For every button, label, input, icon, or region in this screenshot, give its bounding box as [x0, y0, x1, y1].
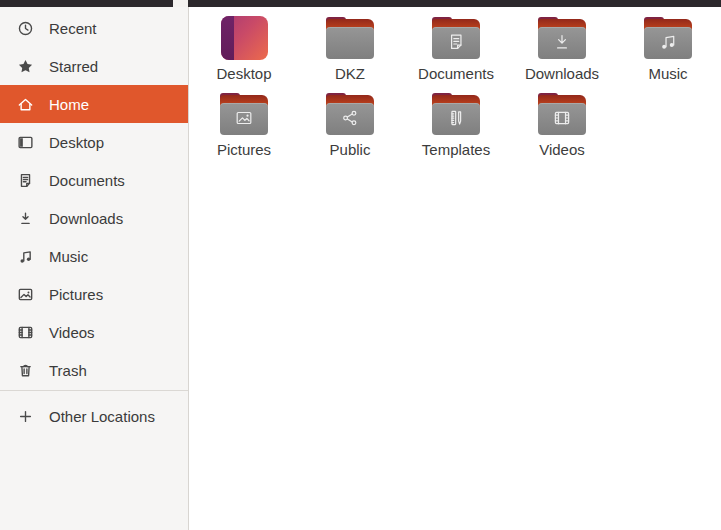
sidebar-item-starred[interactable]: Starred	[0, 47, 188, 85]
film-icon	[17, 324, 34, 341]
file-item-dkz[interactable]: DKZ	[300, 12, 400, 88]
sidebar-item-label: Starred	[49, 58, 98, 75]
folder-icon	[538, 88, 586, 140]
window-top-edge	[0, 0, 721, 7]
music-note-icon	[17, 248, 34, 265]
sidebar-item-label: Documents	[49, 172, 125, 189]
film-emblem-icon	[551, 107, 573, 129]
sidebar-item-label: Pictures	[49, 286, 103, 303]
folder-icon	[326, 12, 374, 64]
download-icon	[17, 210, 34, 227]
download-emblem-icon	[551, 31, 573, 53]
folder-icon	[326, 88, 374, 140]
file-item-templates[interactable]: Templates	[406, 88, 506, 164]
file-item-desktop[interactable]: Desktop	[194, 12, 294, 88]
sidebar-item-label: Desktop	[49, 134, 104, 151]
clock-icon	[17, 20, 34, 37]
sidebar-item-music[interactable]: Music	[0, 237, 188, 275]
share-emblem-icon	[339, 107, 361, 129]
folder-icon	[220, 88, 268, 140]
file-label: Music	[648, 65, 687, 83]
file-label: Documents	[418, 65, 494, 83]
folder-icon	[432, 88, 480, 140]
image-emblem-icon	[233, 107, 255, 129]
file-item-music[interactable]: Music	[618, 12, 718, 88]
file-label: Downloads	[525, 65, 599, 83]
sidebar-item-home[interactable]: Home	[0, 85, 188, 123]
sidebar-item-recent[interactable]: Recent	[0, 9, 188, 47]
file-grid: Desktop DKZ Documents	[189, 7, 721, 530]
sidebar-item-documents[interactable]: Documents	[0, 161, 188, 199]
sidebar-item-trash[interactable]: Trash	[0, 351, 188, 389]
sidebar-item-label: Other Locations	[49, 408, 155, 425]
file-label: Templates	[422, 141, 490, 159]
home-icon	[17, 96, 34, 113]
desktop-wallpaper-icon	[221, 12, 268, 64]
file-label: Desktop	[216, 65, 271, 83]
file-item-pictures[interactable]: Pictures	[194, 88, 294, 164]
plus-icon	[17, 408, 34, 425]
music-emblem-icon	[657, 31, 679, 53]
sidebar-item-label: Music	[49, 248, 88, 265]
sidebar-item-label: Recent	[49, 20, 97, 37]
file-item-public[interactable]: Public	[300, 88, 400, 164]
file-item-documents[interactable]: Documents	[406, 12, 506, 88]
file-label: Videos	[539, 141, 585, 159]
headerbar-seam	[173, 0, 188, 7]
folder-icon	[538, 12, 586, 64]
folder-icon	[432, 12, 480, 64]
folder-icon	[644, 12, 692, 64]
sidebar-item-label: Downloads	[49, 210, 123, 227]
desktop-icon	[17, 134, 34, 151]
trash-icon	[17, 362, 34, 379]
sidebar-item-label: Videos	[49, 324, 95, 341]
sidebar-item-label: Home	[49, 96, 89, 113]
file-item-downloads[interactable]: Downloads	[512, 12, 612, 88]
sidebar: Recent Starred Home Desktop	[0, 7, 189, 530]
document-emblem-icon	[445, 31, 467, 53]
sidebar-separator	[0, 390, 188, 391]
document-icon	[17, 172, 34, 189]
template-emblem-icon	[445, 107, 467, 129]
file-label: DKZ	[335, 65, 365, 83]
file-item-videos[interactable]: Videos	[512, 88, 612, 164]
star-icon	[17, 58, 34, 75]
file-label: Pictures	[217, 141, 271, 159]
file-label: Public	[330, 141, 371, 159]
sidebar-item-label: Trash	[49, 362, 87, 379]
sidebar-item-downloads[interactable]: Downloads	[0, 199, 188, 237]
sidebar-item-pictures[interactable]: Pictures	[0, 275, 188, 313]
sidebar-item-other-locations[interactable]: Other Locations	[0, 397, 188, 435]
files-window: Recent Starred Home Desktop	[0, 0, 721, 530]
image-icon	[17, 286, 34, 303]
sidebar-item-videos[interactable]: Videos	[0, 313, 188, 351]
sidebar-item-desktop[interactable]: Desktop	[0, 123, 188, 161]
